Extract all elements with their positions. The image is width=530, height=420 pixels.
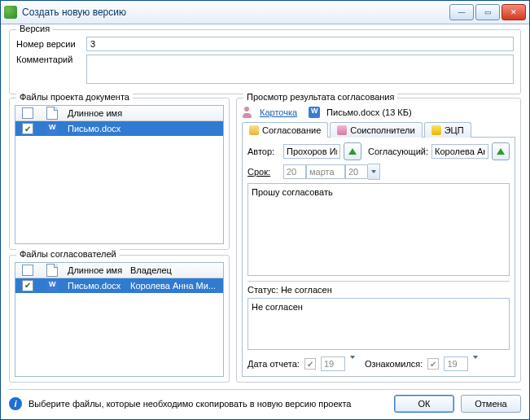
dialog-footer: i Выберите файлы, которые необходимо ско… xyxy=(9,389,521,413)
status-value: Не согласен xyxy=(281,285,332,295)
header-file-icon xyxy=(46,264,58,277)
chevron-down-icon xyxy=(473,356,478,369)
word-icon xyxy=(46,123,58,134)
file-owner: Королева Анна Ми... xyxy=(127,281,223,291)
version-group: Версия Номер версии Комментарий xyxy=(9,29,521,94)
ack-input[interactable] xyxy=(444,357,468,371)
project-files-label: Файлы проекта документа xyxy=(16,92,133,102)
titlebar[interactable]: Создать новую версию — ▭ ✕ xyxy=(1,1,529,24)
approver-input[interactable] xyxy=(431,144,488,159)
row-checkbox[interactable]: ✔ xyxy=(22,280,33,291)
approver-label: Согласующий: xyxy=(368,147,428,156)
approver-pick-button[interactable] xyxy=(492,142,510,160)
viewer-file-text[interactable]: Письмо.docx (13 КБ) xyxy=(326,107,412,117)
ok-button[interactable]: ОК xyxy=(394,395,454,413)
report-date-input[interactable] xyxy=(321,357,345,371)
deadline-label: Срок: xyxy=(247,167,280,177)
row-checkbox[interactable]: ✔ xyxy=(22,123,33,134)
tab-eds-label: ЭЦП xyxy=(445,125,464,135)
status-message[interactable]: Не согласен xyxy=(247,298,510,350)
deadline-month[interactable] xyxy=(306,164,345,179)
report-date-dropdown[interactable] xyxy=(350,359,355,369)
ack-dropdown[interactable] xyxy=(473,359,478,369)
footer-hint: Выберите файлы, которые необходимо скопи… xyxy=(28,399,388,409)
file-name: Письмо.docx xyxy=(64,281,127,291)
approval-icon xyxy=(249,125,259,135)
word-icon xyxy=(309,107,320,118)
lock-icon xyxy=(431,125,441,135)
comment-label: Комментарий xyxy=(16,55,86,64)
comment-input[interactable] xyxy=(86,55,514,84)
author-pick-button[interactable] xyxy=(344,142,361,160)
report-date-checkbox[interactable]: ✔ xyxy=(304,358,316,370)
tab-coexecutors[interactable]: Соисполнители xyxy=(330,122,422,138)
viewer-panel: Просмотр результата согласования Карточк… xyxy=(236,98,521,383)
chevron-down-icon xyxy=(371,170,376,173)
app-icon xyxy=(4,6,17,19)
maximize-button[interactable]: ▭ xyxy=(475,4,500,20)
project-files-panel: Файлы проекта документа Длинное имя ✔ Пи… xyxy=(9,98,230,250)
viewer-label: Просмотр результата согласования xyxy=(243,92,397,102)
header-check-icon xyxy=(22,107,33,119)
approver-files-list[interactable]: ✔ Письмо.docx Королева Анна Ми... xyxy=(15,278,223,376)
deadline-date[interactable] xyxy=(283,164,380,180)
ack-label: Ознакомился: xyxy=(365,359,423,369)
project-files-col-name[interactable]: Длинное имя xyxy=(64,108,223,118)
close-button[interactable]: ✕ xyxy=(502,4,526,20)
arrow-up-icon xyxy=(348,148,357,155)
project-files-header: Длинное имя xyxy=(15,106,223,121)
ack-checkbox[interactable]: ✔ xyxy=(427,358,439,370)
card-link[interactable]: Карточка xyxy=(260,107,297,117)
list-item[interactable]: ✔ Письмо.docx xyxy=(15,121,223,136)
tab-approval-label: Согласование xyxy=(262,125,321,135)
tab-eds[interactable]: ЭЦП xyxy=(424,122,471,138)
word-icon xyxy=(46,280,58,291)
version-group-label: Версия xyxy=(16,24,53,33)
header-file-icon xyxy=(46,107,58,120)
cancel-button[interactable]: Отмена xyxy=(461,395,521,413)
version-number-input[interactable] xyxy=(86,37,514,51)
card-person-icon xyxy=(242,107,253,118)
file-name: Письмо.docx xyxy=(64,124,223,133)
deadline-year[interactable] xyxy=(345,164,368,179)
approver-files-label: Файлы согласователей xyxy=(16,249,120,259)
window-title: Создать новую версию xyxy=(22,7,449,18)
project-files-list[interactable]: ✔ Письмо.docx xyxy=(15,121,223,243)
tab-coexec-label: Соисполнители xyxy=(350,125,414,135)
tab-approval[interactable]: Согласование xyxy=(242,122,328,138)
chevron-down-icon xyxy=(350,356,355,369)
header-check-icon xyxy=(22,265,33,276)
minimize-button[interactable]: — xyxy=(449,4,474,20)
status-line: Статус: Не согласен xyxy=(247,281,510,295)
dialog-window: Создать новую версию — ▭ ✕ Версия Номер … xyxy=(0,0,530,420)
request-message[interactable]: Прошу согласовать xyxy=(247,183,510,276)
version-number-label: Номер версии xyxy=(16,39,86,49)
status-label: Статус: xyxy=(247,285,281,295)
list-item[interactable]: ✔ Письмо.docx Королева Анна Ми... xyxy=(15,278,223,293)
author-input[interactable] xyxy=(283,144,340,159)
tabstrip: Согласование Соисполнители ЭЦП xyxy=(242,121,515,138)
report-date-label: Дата отчета: xyxy=(247,359,300,369)
info-icon: i xyxy=(9,397,22,410)
date-dropdown-button[interactable] xyxy=(368,164,380,180)
approver-files-col-owner[interactable]: Владелец xyxy=(127,265,223,275)
approver-files-col-name[interactable]: Длинное имя xyxy=(64,265,127,275)
arrow-up-icon xyxy=(497,148,505,155)
users-icon xyxy=(337,125,347,135)
approver-files-panel: Файлы согласователей Длинное имя Владеле… xyxy=(9,255,230,383)
deadline-day[interactable] xyxy=(283,164,306,179)
tab-body: Автор: Согласующий: Срок: xyxy=(242,138,515,377)
author-label: Автор: xyxy=(247,147,280,156)
approver-files-header: Длинное имя Владелец xyxy=(15,263,223,278)
